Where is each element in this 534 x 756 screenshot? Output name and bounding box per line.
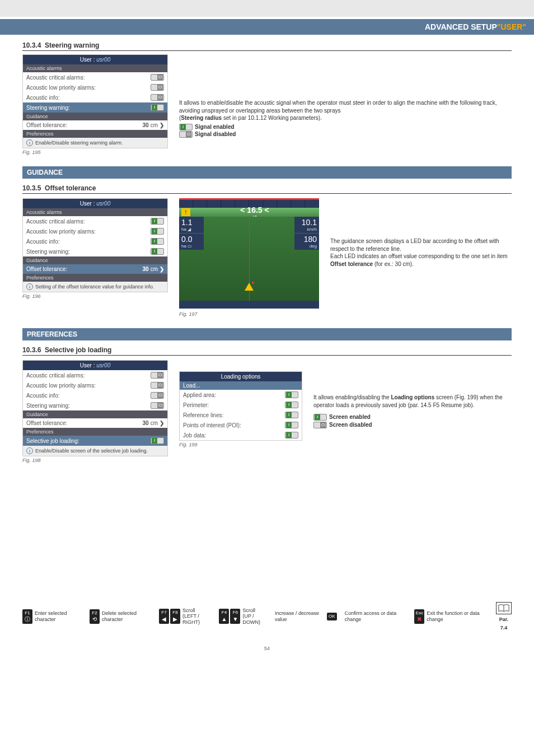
fig-196: Fig. 196 (22, 293, 168, 299)
key-f1: F1ⓘ Enter selected character (22, 609, 82, 624)
book-icon (496, 602, 512, 614)
arrow-left-icon: ◀ (162, 616, 166, 623)
tractor-icon (245, 283, 254, 291)
header-title: ADVANCED SETUP (425, 22, 497, 31)
guidance-screenshot: ! < 16.5 <+1 1.1ha ◢ 0.0ha ▭ 10.1km/h 18… (179, 198, 319, 310)
panel-1034: User : usr00 Acoustic alarms Acoustic cr… (22, 54, 168, 148)
text-1034: It allows to enable/disable the acoustic… (179, 99, 512, 138)
close-icon: ✖ (417, 616, 421, 623)
preferences-band: PREFERENCES (22, 328, 512, 340)
reload-icon: ⟲ (92, 616, 97, 623)
fig-198: Fig. 198 (22, 458, 168, 463)
header-user: "USER" (497, 22, 526, 31)
page-header: ADVANCED SETUP "USER" (0, 19, 534, 35)
section-1036-title: 10.3.6 Selective job loading (22, 346, 512, 356)
loading-options-panel: Loading options Load... Applied area: Pe… (179, 371, 302, 441)
key-f2: F2⟲ Delete selected character (90, 609, 151, 624)
text-1035: The guidance screen displays a LED bar a… (330, 237, 512, 268)
info-icon: i (26, 139, 33, 146)
key-ok-confirm: Confirm access or data change (345, 610, 406, 623)
key-f4-f6: F4▲ F6▼ Scroll (UP / DOWN) (219, 608, 266, 626)
key-f7-f8: F7◀ F8▶ Scroll (LEFT / RIGHT) (159, 608, 211, 626)
panel-1035: User : usr00 Acoustic alarms Acoustic cr… (22, 198, 168, 292)
section-1034-title: 10.3.4 Steering warning (22, 41, 512, 51)
footer-keys: F1ⓘ Enter selected character F2⟲ Delete … (0, 598, 534, 642)
key-ok-value: Increase / decrease value OK (275, 610, 337, 623)
arrow-right-icon: ▶ (173, 616, 177, 623)
warning-icon: ! (181, 208, 190, 216)
par-ref: Par. 7.4 (496, 602, 512, 631)
arrow-up-icon: ▲ (221, 616, 227, 623)
key-esc: Esc✖ Exit the function or data change (414, 609, 488, 624)
arrow-down-icon: ▼ (232, 616, 238, 623)
fig-197: Fig. 197 (179, 311, 319, 317)
fig-199: Fig. 199 (179, 442, 302, 447)
info-icon: ⓘ (25, 616, 30, 623)
toggle-icon (151, 74, 164, 81)
page-number: 54 (0, 646, 534, 651)
guidance-band: GUIDANCE (22, 166, 512, 179)
text-1036: It allows enabling/disabling the Loading… (313, 394, 512, 428)
section-1035-title: 10.3.5 Offset tolerance (22, 184, 512, 194)
fig-195: Fig. 195 (22, 150, 168, 155)
panel-1036: User : usr00 Acoustic critical alarms: A… (22, 360, 168, 456)
